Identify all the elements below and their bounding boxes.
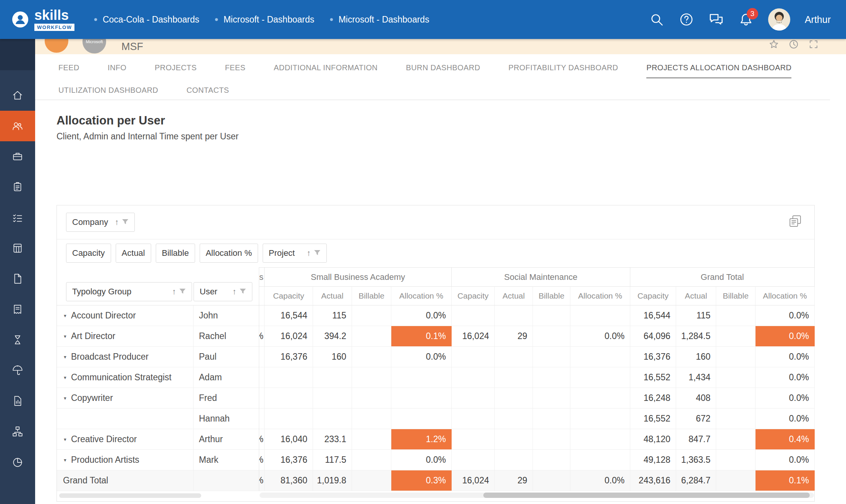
pivot-value-cell: 1,019.8: [313, 470, 352, 491]
clipped-value-cell: [259, 347, 265, 367]
pivot-grid: Typology Group ↑ User ↑ ▼Account Directo…: [57, 267, 815, 491]
sidebar-item-jobs[interactable]: [0, 141, 35, 172]
collapse-row-icon[interactable]: ▼: [63, 458, 67, 462]
hourglass-icon: [12, 334, 23, 346]
sidebar-item-documents[interactable]: [0, 263, 35, 294]
sidebar-item-clients[interactable]: [0, 111, 35, 141]
filter-funnel-icon[interactable]: [179, 288, 186, 295]
pivot-value-cell: 16,552: [630, 409, 676, 429]
breadcrumb-label: Microsoft - Dashboards: [223, 15, 314, 25]
tab-utilization-dashboard[interactable]: UTILIZATION DASHBOARD: [58, 86, 158, 100]
tab-additional-information[interactable]: ADDITIONAL INFORMATION: [274, 63, 378, 78]
pivot-value-cell: [265, 367, 313, 388]
sidebar-item-absences[interactable]: [0, 355, 35, 386]
tab-profitability-dashboard[interactable]: PROFITABILITY DASHBOARD: [509, 63, 618, 78]
field-allocation-button[interactable]: Allocation %: [200, 244, 258, 263]
history-icon[interactable]: [789, 39, 799, 49]
project-field-button[interactable]: Project ↑: [263, 244, 327, 263]
breadcrumb-item[interactable]: • Microsoft - Dashboards: [329, 14, 429, 26]
tab-feed[interactable]: FEED: [58, 63, 79, 78]
sidebar-item-reports[interactable]: [0, 386, 35, 416]
sidebar-item-approvals[interactable]: [0, 202, 35, 233]
sidebar-item-home[interactable]: [0, 80, 35, 111]
client-avatar[interactable]: [45, 39, 68, 53]
pivot-value-cell: [313, 367, 352, 388]
client-logo-avatar[interactable]: Microsoft: [82, 39, 106, 53]
data-scrollbar-thumb[interactable]: [483, 493, 810, 498]
typology-field-label: Typology Group: [72, 287, 168, 297]
sidebar-item-tasks[interactable]: [0, 172, 35, 202]
sidebar-item-timesheets[interactable]: [0, 233, 35, 263]
pivot-value-cell: [716, 367, 756, 388]
collapse-row-icon[interactable]: ▼: [63, 437, 67, 442]
pie-chart-icon: [12, 456, 23, 468]
filter-funnel-icon[interactable]: [239, 288, 246, 295]
sort-asc-icon[interactable]: ↑: [307, 249, 311, 258]
typology-cell: ▼Art Director: [57, 326, 193, 346]
sort-asc-icon[interactable]: ↑: [172, 287, 176, 296]
header-actions: 3 Arthur: [649, 8, 831, 31]
user-field-button[interactable]: User ↑: [194, 282, 252, 301]
pivot-value-cell: 0.0%: [391, 450, 452, 470]
pivot-value-cell: 233.1: [313, 429, 352, 449]
sidebar-item-invoices[interactable]: [0, 294, 35, 325]
help-icon[interactable]: [679, 12, 694, 27]
pivot-value-cell: 394.2: [313, 326, 352, 346]
avatar[interactable]: [768, 8, 790, 31]
pivot-value-cell: 16,376: [265, 347, 313, 367]
collapse-row-icon[interactable]: ▼: [63, 355, 67, 359]
sidebar-item-organization[interactable]: [0, 416, 35, 447]
sort-asc-icon[interactable]: ↑: [115, 218, 119, 227]
bell-icon[interactable]: 3: [738, 12, 754, 27]
breadcrumb-item[interactable]: • Coca-Cola - Dashboards: [94, 14, 199, 26]
typology-group-field-button[interactable]: Typology Group ↑: [66, 282, 192, 301]
tab-burn-dashboard[interactable]: BURN DASHBOARD: [406, 63, 480, 78]
pivot-value-cell: [716, 326, 756, 346]
company-field-button[interactable]: Company ↑: [66, 213, 135, 232]
tab-projects-allocation-dashboard[interactable]: PROJECTS ALLOCATION DASHBOARD: [646, 63, 791, 78]
pivot-value-cell: 0.0%: [756, 450, 815, 470]
sidebar-item-analytics[interactable]: [0, 447, 35, 477]
pivot-row-headers: ▼Account DirectorJohn▼Art DirectorRachel…: [57, 305, 259, 491]
field-chooser-button[interactable]: [786, 212, 804, 231]
pivot-value-cell: [716, 450, 756, 470]
pivot-value-cell: [452, 429, 495, 449]
pivot-value-cell: 0.0%: [570, 470, 630, 491]
brand-name: skills: [34, 8, 69, 22]
sidebar-item-hours[interactable]: [0, 325, 35, 355]
field-actual-button[interactable]: Actual: [116, 244, 151, 263]
file-chart-icon: [12, 395, 23, 407]
collapse-row-icon[interactable]: ▼: [63, 396, 67, 401]
tab-info[interactable]: INFO: [108, 63, 126, 78]
collapse-row-icon[interactable]: ▼: [63, 313, 67, 318]
typology-label: Production Artists: [71, 455, 139, 465]
chat-icon[interactable]: [709, 12, 724, 27]
pivot-value-cell: [716, 429, 756, 449]
field-billable-button[interactable]: Billable: [156, 244, 195, 263]
collapse-row-icon[interactable]: ▼: [63, 334, 67, 339]
favorite-icon[interactable]: [769, 39, 779, 49]
sort-asc-icon[interactable]: ↑: [232, 287, 237, 296]
filter-funnel-icon[interactable]: [122, 219, 129, 226]
tab-projects[interactable]: PROJECTS: [155, 63, 197, 78]
clipped-group-header: s: [259, 268, 265, 286]
user-label: Adam: [193, 367, 259, 388]
pivot-value-cell: [265, 409, 313, 429]
tab-contacts[interactable]: CONTACTS: [186, 86, 229, 100]
breadcrumb-item[interactable]: • Microsoft - Dashboards: [215, 14, 314, 26]
pivot-group-header-row: sSmall Business AcademySocial Maintenanc…: [259, 268, 815, 287]
filter-funnel-icon[interactable]: [314, 250, 321, 257]
field-capacity-button[interactable]: Capacity: [66, 244, 111, 263]
pivot-value-cell: [352, 450, 391, 470]
typology-label: Broadcast Producer: [71, 352, 149, 362]
fullscreen-icon[interactable]: [809, 39, 819, 49]
clipped-value-cell: [259, 305, 265, 326]
row-pane-scrollbar-thumb[interactable]: [59, 493, 201, 498]
collapse-row-icon[interactable]: ▼: [63, 375, 67, 380]
measure-header: Actual: [676, 287, 716, 305]
tab-fees[interactable]: FEES: [225, 63, 245, 78]
search-icon[interactable]: [649, 12, 664, 27]
pivot-value-cell: [533, 305, 570, 326]
pivot-value-cell: 16,040: [265, 429, 313, 449]
app-logo[interactable]: skills WORKFLOW: [11, 8, 74, 31]
